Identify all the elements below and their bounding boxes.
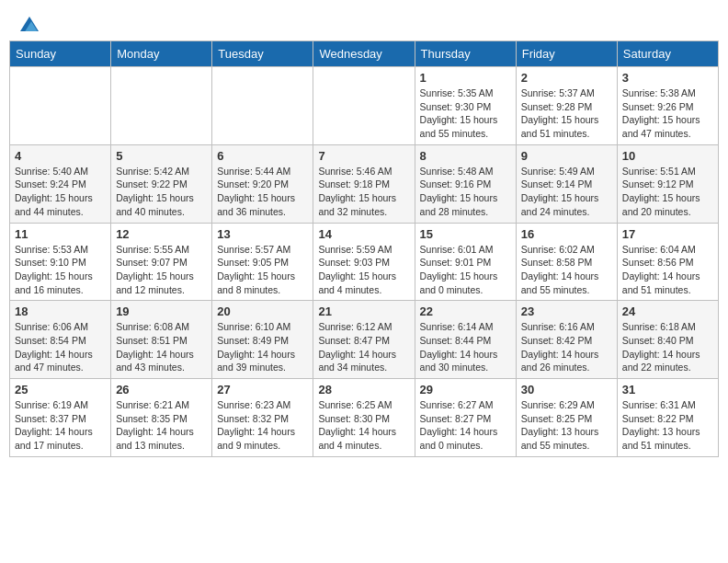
table-row: 2Sunrise: 5:37 AM Sunset: 9:28 PM Daylig… — [516, 67, 617, 145]
day-number: 8 — [420, 149, 511, 163]
logo — [18, 15, 39, 33]
day-info: Sunrise: 5:57 AM Sunset: 9:05 PM Dayligh… — [217, 243, 308, 297]
day-info: Sunrise: 6:16 AM Sunset: 8:42 PM Dayligh… — [521, 320, 612, 374]
day-info: Sunrise: 5:35 AM Sunset: 9:30 PM Dayligh… — [420, 86, 511, 141]
day-number: 3 — [622, 71, 713, 85]
day-number: 26 — [116, 383, 207, 396]
calendar-week-row: 1Sunrise: 5:35 AM Sunset: 9:30 PM Daylig… — [10, 67, 719, 145]
day-number: 20 — [217, 304, 308, 318]
table-row: 4Sunrise: 5:40 AM Sunset: 9:24 PM Daylig… — [10, 144, 111, 223]
day-number: 11 — [15, 227, 106, 241]
day-info: Sunrise: 6:18 AM Sunset: 8:40 PM Dayligh… — [622, 320, 713, 374]
day-number: 24 — [622, 304, 713, 318]
day-info: Sunrise: 5:55 AM Sunset: 9:07 PM Dayligh… — [116, 243, 207, 297]
day-number: 10 — [622, 149, 713, 163]
day-info: Sunrise: 6:31 AM Sunset: 8:22 PM Dayligh… — [622, 398, 713, 453]
day-info: Sunrise: 6:27 AM Sunset: 8:27 PM Dayligh… — [420, 398, 511, 453]
table-row: 8Sunrise: 5:48 AM Sunset: 9:16 PM Daylig… — [415, 144, 516, 223]
calendar-footer — [0, 466, 728, 477]
day-info: Sunrise: 6:08 AM Sunset: 8:51 PM Dayligh… — [116, 320, 207, 374]
table-row: 14Sunrise: 5:59 AM Sunset: 9:03 PM Dayli… — [313, 223, 415, 301]
table-row: 17Sunrise: 6:04 AM Sunset: 8:56 PM Dayli… — [617, 223, 718, 301]
day-number: 23 — [521, 304, 612, 318]
day-info: Sunrise: 6:23 AM Sunset: 8:32 PM Dayligh… — [217, 398, 308, 453]
day-number: 28 — [318, 383, 409, 396]
day-info: Sunrise: 5:48 AM Sunset: 9:16 PM Dayligh… — [420, 165, 511, 219]
day-number: 9 — [521, 149, 612, 163]
day-number: 25 — [15, 383, 106, 396]
day-info: Sunrise: 5:51 AM Sunset: 9:12 PM Dayligh… — [622, 165, 713, 219]
day-number: 1 — [420, 71, 511, 85]
day-number: 16 — [521, 227, 612, 241]
table-row: 7Sunrise: 5:46 AM Sunset: 9:18 PM Daylig… — [313, 144, 415, 223]
day-info: Sunrise: 6:10 AM Sunset: 8:49 PM Dayligh… — [217, 320, 308, 374]
table-row: 24Sunrise: 6:18 AM Sunset: 8:40 PM Dayli… — [617, 301, 718, 379]
day-number: 4 — [15, 149, 106, 163]
day-info: Sunrise: 6:02 AM Sunset: 8:58 PM Dayligh… — [521, 243, 612, 297]
day-info: Sunrise: 5:40 AM Sunset: 9:24 PM Dayligh… — [15, 165, 106, 219]
day-number: 14 — [318, 227, 409, 241]
table-row: 30Sunrise: 6:29 AM Sunset: 8:25 PM Dayli… — [516, 379, 617, 457]
day-info: Sunrise: 6:06 AM Sunset: 8:54 PM Dayligh… — [15, 320, 106, 374]
day-info: Sunrise: 6:14 AM Sunset: 8:44 PM Dayligh… — [420, 320, 511, 374]
table-row: 31Sunrise: 6:31 AM Sunset: 8:22 PM Dayli… — [617, 379, 718, 457]
table-row — [212, 67, 313, 145]
table-row: 11Sunrise: 5:53 AM Sunset: 9:10 PM Dayli… — [10, 223, 111, 301]
calendar-day-header: Tuesday — [212, 41, 313, 67]
table-row — [313, 67, 415, 145]
table-row: 27Sunrise: 6:23 AM Sunset: 8:32 PM Dayli… — [212, 379, 313, 457]
day-info: Sunrise: 5:42 AM Sunset: 9:22 PM Dayligh… — [116, 165, 207, 219]
table-row: 10Sunrise: 5:51 AM Sunset: 9:12 PM Dayli… — [617, 144, 718, 223]
day-info: Sunrise: 5:49 AM Sunset: 9:14 PM Dayligh… — [521, 165, 612, 219]
calendar-day-header: Saturday — [617, 41, 718, 67]
day-number: 12 — [116, 227, 207, 241]
day-number: 22 — [420, 304, 511, 318]
table-row: 3Sunrise: 5:38 AM Sunset: 9:26 PM Daylig… — [617, 67, 718, 145]
day-number: 13 — [217, 227, 308, 241]
day-info: Sunrise: 6:25 AM Sunset: 8:30 PM Dayligh… — [318, 398, 409, 453]
day-info: Sunrise: 6:21 AM Sunset: 8:35 PM Dayligh… — [116, 398, 207, 453]
day-info: Sunrise: 6:29 AM Sunset: 8:25 PM Dayligh… — [521, 398, 612, 453]
table-row: 19Sunrise: 6:08 AM Sunset: 8:51 PM Dayli… — [111, 301, 212, 379]
calendar-day-header: Monday — [111, 41, 212, 67]
table-row: 1Sunrise: 5:35 AM Sunset: 9:30 PM Daylig… — [415, 67, 516, 145]
table-row: 5Sunrise: 5:42 AM Sunset: 9:22 PM Daylig… — [111, 144, 212, 223]
table-row: 25Sunrise: 6:19 AM Sunset: 8:37 PM Dayli… — [10, 379, 111, 457]
table-row — [10, 67, 111, 145]
day-number: 2 — [521, 71, 612, 85]
table-row: 13Sunrise: 5:57 AM Sunset: 9:05 PM Dayli… — [212, 223, 313, 301]
day-number: 30 — [521, 383, 612, 396]
day-info: Sunrise: 6:12 AM Sunset: 8:47 PM Dayligh… — [318, 320, 409, 374]
table-row: 26Sunrise: 6:21 AM Sunset: 8:35 PM Dayli… — [111, 379, 212, 457]
day-number: 21 — [318, 304, 409, 318]
calendar-header-row: SundayMondayTuesdayWednesdayThursdayFrid… — [10, 41, 719, 67]
calendar-wrapper: SundayMondayTuesdayWednesdayThursdayFrid… — [0, 40, 728, 466]
day-info: Sunrise: 5:38 AM Sunset: 9:26 PM Dayligh… — [622, 86, 713, 141]
day-number: 7 — [318, 149, 409, 163]
calendar-week-row: 4Sunrise: 5:40 AM Sunset: 9:24 PM Daylig… — [10, 144, 719, 223]
table-row: 28Sunrise: 6:25 AM Sunset: 8:30 PM Dayli… — [313, 379, 415, 457]
table-row: 22Sunrise: 6:14 AM Sunset: 8:44 PM Dayli… — [415, 301, 516, 379]
calendar-week-row: 25Sunrise: 6:19 AM Sunset: 8:37 PM Dayli… — [10, 379, 719, 457]
day-number: 27 — [217, 383, 308, 396]
table-row: 29Sunrise: 6:27 AM Sunset: 8:27 PM Dayli… — [415, 379, 516, 457]
table-row: 18Sunrise: 6:06 AM Sunset: 8:54 PM Dayli… — [10, 301, 111, 379]
table-row: 21Sunrise: 6:12 AM Sunset: 8:47 PM Dayli… — [313, 301, 415, 379]
calendar-week-row: 18Sunrise: 6:06 AM Sunset: 8:54 PM Dayli… — [10, 301, 719, 379]
calendar-table: SundayMondayTuesdayWednesdayThursdayFrid… — [9, 40, 719, 457]
table-row: 15Sunrise: 6:01 AM Sunset: 9:01 PM Dayli… — [415, 223, 516, 301]
page-header — [0, 0, 728, 40]
day-info: Sunrise: 5:44 AM Sunset: 9:20 PM Dayligh… — [217, 165, 308, 219]
table-row: 23Sunrise: 6:16 AM Sunset: 8:42 PM Dayli… — [516, 301, 617, 379]
table-row: 9Sunrise: 5:49 AM Sunset: 9:14 PM Daylig… — [516, 144, 617, 223]
calendar-day-header: Sunday — [10, 41, 111, 67]
table-row: 6Sunrise: 5:44 AM Sunset: 9:20 PM Daylig… — [212, 144, 313, 223]
day-info: Sunrise: 5:59 AM Sunset: 9:03 PM Dayligh… — [318, 243, 409, 297]
day-number: 17 — [622, 227, 713, 241]
calendar-day-header: Thursday — [415, 41, 516, 67]
day-number: 15 — [420, 227, 511, 241]
logo-icon — [20, 15, 39, 33]
calendar-week-row: 11Sunrise: 5:53 AM Sunset: 9:10 PM Dayli… — [10, 223, 719, 301]
day-info: Sunrise: 5:37 AM Sunset: 9:28 PM Dayligh… — [521, 86, 612, 141]
calendar-day-header: Friday — [516, 41, 617, 67]
